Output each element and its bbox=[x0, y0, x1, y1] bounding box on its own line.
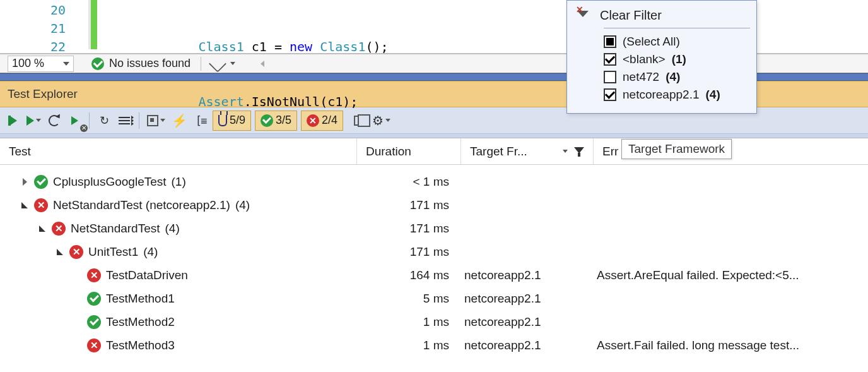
playlist-icon bbox=[147, 115, 158, 126]
checkbox[interactable] bbox=[604, 35, 616, 48]
lightning-icon: ⚡ bbox=[172, 113, 187, 128]
test-row[interactable]: CplusplusGoogleTest (1)< 1 ms bbox=[0, 170, 868, 193]
duration-cell: 164 ms bbox=[356, 268, 460, 282]
filter-option[interactable]: netcoreapp2.1 (4) bbox=[604, 88, 750, 102]
test-row[interactable]: ✕NetStandardTest (4)171 ms bbox=[0, 217, 868, 240]
windows-icon bbox=[354, 116, 364, 126]
fail-icon: ✕ bbox=[69, 245, 83, 259]
line-number: 21 bbox=[0, 20, 66, 38]
group-by-button[interactable]: [≡ bbox=[192, 112, 209, 129]
line-number: 22 bbox=[0, 38, 66, 56]
chevron-down-icon bbox=[57, 249, 63, 255]
duration-cell: 171 ms bbox=[356, 198, 460, 212]
filter-option-count: (4) bbox=[706, 88, 720, 102]
test-count: (4) bbox=[235, 198, 250, 212]
show-test-list-button[interactable] bbox=[116, 112, 132, 129]
chevron-right-icon bbox=[23, 178, 27, 186]
run-failed-button[interactable]: ✕ bbox=[66, 112, 83, 129]
target-framework-filter-popup[interactable]: Clear Filter (Select All)<blank> (1)net4… bbox=[566, 0, 757, 114]
checkbox[interactable] bbox=[604, 53, 616, 66]
expander[interactable] bbox=[20, 202, 29, 208]
line-number-gutter: 20 21 22 bbox=[0, 0, 82, 53]
fail-icon: ✕ bbox=[34, 198, 48, 212]
column-header-target-framework[interactable]: Target Fr... bbox=[460, 138, 593, 164]
toggle-view-button[interactable]: ↻ bbox=[96, 112, 112, 129]
chevron-down-icon bbox=[39, 225, 45, 232]
repeat-last-run-button[interactable] bbox=[46, 112, 62, 129]
chevron-down-icon bbox=[563, 150, 568, 153]
test-row[interactable]: ✕UnitTest1 (4)171 ms bbox=[0, 240, 868, 263]
duration-cell: 171 ms bbox=[356, 245, 460, 259]
list-icon bbox=[119, 117, 130, 124]
settings-button[interactable]: ⚙ bbox=[371, 112, 392, 129]
zoom-combo[interactable]: 100 % bbox=[8, 56, 74, 72]
column-label: Test bbox=[9, 145, 31, 159]
error-cell: Assert.AreEqual failed. Expected:<5... bbox=[593, 268, 868, 282]
flask-icon bbox=[218, 115, 227, 126]
filter-option-label: net472 bbox=[623, 70, 659, 84]
expander[interactable] bbox=[20, 178, 29, 186]
chevron-down-icon bbox=[36, 119, 41, 122]
x-badge-icon: ✕ bbox=[80, 124, 88, 132]
playlist-button[interactable] bbox=[146, 112, 167, 129]
chevron-down-icon bbox=[160, 119, 165, 122]
windows-button[interactable] bbox=[351, 112, 367, 129]
filter-option-label: (Select All) bbox=[623, 35, 680, 49]
expander[interactable] bbox=[56, 249, 64, 255]
filter-option[interactable]: (Select All) bbox=[604, 35, 750, 49]
target-framework-cell: netcoreapp2.1 bbox=[460, 315, 593, 329]
run-all-button[interactable] bbox=[5, 112, 21, 129]
column-label: Target Fr... bbox=[470, 145, 527, 159]
filter-option-count: (4) bbox=[666, 70, 680, 84]
target-framework-cell: netcoreapp2.1 bbox=[460, 339, 593, 352]
filter-icon[interactable] bbox=[574, 147, 584, 156]
checkbox[interactable] bbox=[604, 88, 616, 101]
chevron-down-icon bbox=[63, 62, 69, 66]
pass-icon bbox=[87, 292, 101, 306]
code-line[interactable]: Class1 c1 = new Class1(); bbox=[107, 38, 389, 56]
checkbox[interactable] bbox=[604, 71, 616, 83]
test-tree[interactable]: CplusplusGoogleTest (1)< 1 ms✕NetStandar… bbox=[0, 165, 868, 357]
test-row[interactable]: ✕TestDataDriven164 msnetcoreapp2.1Assert… bbox=[0, 263, 868, 287]
code-line[interactable]: Assert.IsNotNull(c1); bbox=[107, 93, 389, 111]
expander[interactable] bbox=[38, 225, 47, 232]
filter-option-label: <blank> bbox=[623, 52, 666, 66]
test-count: (4) bbox=[143, 245, 158, 259]
test-row[interactable]: TestMethod15 msnetcoreapp2.1 bbox=[0, 287, 868, 310]
code-area[interactable]: Class1 c1 = new Class1(); Assert.IsNotNu… bbox=[107, 0, 389, 53]
test-row[interactable]: ✕NetStandardTest (netcoreapp2.1) (4)171 … bbox=[0, 193, 868, 217]
hierarchy-icon: [≡ bbox=[196, 114, 206, 127]
test-name: NetStandardTest bbox=[71, 222, 160, 236]
filter-option[interactable]: <blank> (1) bbox=[604, 52, 750, 66]
check-circle-icon bbox=[91, 57, 104, 70]
test-count: (4) bbox=[165, 222, 180, 236]
duration-cell: 1 ms bbox=[356, 315, 460, 329]
filter-option-count: (1) bbox=[672, 52, 686, 66]
duration-cell: 171 ms bbox=[356, 222, 460, 236]
chevron-down-icon bbox=[21, 202, 28, 208]
pass-icon bbox=[87, 315, 101, 329]
play-all-icon bbox=[9, 116, 17, 126]
test-row[interactable]: TestMethod21 msnetcoreapp2.1 bbox=[0, 310, 868, 333]
refresh-icon bbox=[49, 115, 60, 126]
column-label: Err bbox=[602, 145, 618, 159]
filter-option-label: netcoreapp2.1 bbox=[623, 88, 700, 102]
run-till-failure-button[interactable]: ⚡ bbox=[170, 112, 189, 129]
test-count: (1) bbox=[172, 175, 186, 189]
clear-filter-label[interactable]: Clear Filter bbox=[600, 8, 662, 23]
swap-icon: ↻ bbox=[100, 114, 109, 128]
separator bbox=[604, 28, 750, 28]
test-row[interactable]: ✕TestMethod31 msnetcoreapp2.1Assert.Fail… bbox=[0, 333, 868, 357]
test-name: TestMethod3 bbox=[106, 339, 175, 352]
test-name: TestDataDriven bbox=[106, 268, 188, 282]
test-name: UnitTest1 bbox=[88, 245, 138, 259]
run-button[interactable] bbox=[25, 112, 42, 129]
filter-option[interactable]: net472 (4) bbox=[604, 70, 750, 84]
duration-cell: 1 ms bbox=[356, 339, 460, 352]
target-framework-cell: netcoreapp2.1 bbox=[460, 268, 593, 282]
pass-icon bbox=[34, 175, 48, 189]
tooltip: Target Framework bbox=[621, 139, 732, 159]
clear-filter-icon[interactable] bbox=[577, 11, 589, 21]
play-icon bbox=[26, 116, 34, 126]
error-cell: Assert.Fail failed. long message test... bbox=[593, 339, 868, 352]
